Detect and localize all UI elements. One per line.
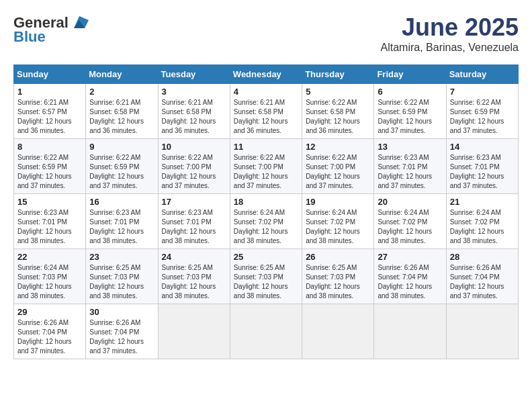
day-number: 12	[306, 142, 370, 152]
day-info: Sunrise: 6:23 AM Sunset: 7:01 PM Dayligh…	[89, 208, 154, 246]
calendar-cell: 13Sunrise: 6:23 AM Sunset: 7:01 PM Dayli…	[374, 139, 446, 194]
day-info: Sunrise: 6:24 AM Sunset: 7:02 PM Dayligh…	[378, 208, 442, 246]
day-info: Sunrise: 6:22 AM Sunset: 6:59 PM Dayligh…	[450, 98, 515, 136]
weekday-header-row: SundayMondayTuesdayWednesdayThursdayFrid…	[14, 65, 519, 84]
day-number: 20	[378, 197, 442, 207]
day-info: Sunrise: 6:22 AM Sunset: 6:59 PM Dayligh…	[378, 98, 442, 136]
location: Altamira, Barinas, Venezuela	[381, 42, 519, 54]
weekday-thursday: Thursday	[302, 65, 374, 84]
day-number: 3	[162, 87, 226, 97]
weekday-tuesday: Tuesday	[158, 65, 230, 84]
calendar-cell	[302, 304, 374, 359]
day-number: 27	[378, 252, 442, 262]
weekday-sunday: Sunday	[14, 65, 86, 84]
day-info: Sunrise: 6:25 AM Sunset: 7:03 PM Dayligh…	[162, 263, 226, 301]
day-info: Sunrise: 6:21 AM Sunset: 6:58 PM Dayligh…	[234, 98, 298, 136]
day-info: Sunrise: 6:22 AM Sunset: 7:00 PM Dayligh…	[234, 153, 298, 191]
day-number: 15	[17, 197, 82, 207]
day-info: Sunrise: 6:22 AM Sunset: 6:59 PM Dayligh…	[89, 153, 154, 191]
week-row-1: 1Sunrise: 6:21 AM Sunset: 6:57 PM Daylig…	[14, 84, 519, 139]
calendar-body: 1Sunrise: 6:21 AM Sunset: 6:57 PM Daylig…	[14, 84, 519, 359]
calendar-cell	[230, 304, 302, 359]
day-info: Sunrise: 6:25 AM Sunset: 7:03 PM Dayligh…	[89, 263, 154, 301]
logo: General Blue	[13, 13, 89, 46]
calendar-cell: 25Sunrise: 6:25 AM Sunset: 7:03 PM Dayli…	[230, 249, 302, 304]
day-info: Sunrise: 6:24 AM Sunset: 7:02 PM Dayligh…	[306, 208, 370, 246]
day-info: Sunrise: 6:26 AM Sunset: 7:04 PM Dayligh…	[450, 263, 515, 301]
calendar-cell: 11Sunrise: 6:22 AM Sunset: 7:00 PM Dayli…	[230, 139, 302, 194]
day-number: 26	[306, 252, 370, 262]
calendar-cell: 27Sunrise: 6:26 AM Sunset: 7:04 PM Dayli…	[374, 249, 446, 304]
day-number: 13	[378, 142, 442, 152]
day-number: 17	[162, 197, 226, 207]
day-number: 30	[89, 307, 154, 317]
day-info: Sunrise: 6:21 AM Sunset: 6:58 PM Dayligh…	[89, 98, 154, 136]
day-info: Sunrise: 6:25 AM Sunset: 7:03 PM Dayligh…	[234, 263, 298, 301]
calendar-cell: 9Sunrise: 6:22 AM Sunset: 6:59 PM Daylig…	[86, 139, 158, 194]
calendar-cell: 22Sunrise: 6:24 AM Sunset: 7:03 PM Dayli…	[14, 249, 86, 304]
day-number: 25	[234, 252, 298, 262]
calendar-cell: 23Sunrise: 6:25 AM Sunset: 7:03 PM Dayli…	[86, 249, 158, 304]
week-row-2: 8Sunrise: 6:22 AM Sunset: 6:59 PM Daylig…	[14, 139, 519, 194]
day-info: Sunrise: 6:26 AM Sunset: 7:04 PM Dayligh…	[378, 263, 442, 301]
calendar-cell: 1Sunrise: 6:21 AM Sunset: 6:57 PM Daylig…	[14, 84, 86, 139]
calendar-cell: 14Sunrise: 6:23 AM Sunset: 7:01 PM Dayli…	[446, 139, 518, 194]
calendar-cell: 6Sunrise: 6:22 AM Sunset: 6:59 PM Daylig…	[374, 84, 446, 139]
day-number: 16	[89, 197, 154, 207]
calendar-cell: 4Sunrise: 6:21 AM Sunset: 6:58 PM Daylig…	[230, 84, 302, 139]
calendar-cell: 12Sunrise: 6:22 AM Sunset: 7:00 PM Dayli…	[302, 139, 374, 194]
day-info: Sunrise: 6:22 AM Sunset: 7:00 PM Dayligh…	[306, 153, 370, 191]
day-info: Sunrise: 6:26 AM Sunset: 7:04 PM Dayligh…	[89, 318, 154, 356]
day-info: Sunrise: 6:22 AM Sunset: 6:59 PM Dayligh…	[17, 153, 82, 191]
calendar-cell: 20Sunrise: 6:24 AM Sunset: 7:02 PM Dayli…	[374, 194, 446, 249]
day-number: 6	[378, 87, 442, 97]
calendar-cell: 7Sunrise: 6:22 AM Sunset: 6:59 PM Daylig…	[446, 84, 518, 139]
week-row-4: 22Sunrise: 6:24 AM Sunset: 7:03 PM Dayli…	[14, 249, 519, 304]
day-number: 19	[306, 197, 370, 207]
title-block: June 2025 Altamira, Barinas, Venezuela	[381, 13, 519, 54]
calendar: SundayMondayTuesdayWednesdayThursdayFrid…	[13, 64, 519, 359]
calendar-cell: 8Sunrise: 6:22 AM Sunset: 6:59 PM Daylig…	[14, 139, 86, 194]
calendar-cell: 15Sunrise: 6:23 AM Sunset: 7:01 PM Dayli…	[14, 194, 86, 249]
day-number: 23	[89, 252, 154, 262]
month-title: June 2025	[381, 13, 519, 42]
day-number: 8	[17, 142, 82, 152]
weekday-saturday: Saturday	[446, 65, 518, 84]
day-number: 9	[89, 142, 154, 152]
calendar-cell: 29Sunrise: 6:26 AM Sunset: 7:04 PM Dayli…	[14, 304, 86, 359]
day-info: Sunrise: 6:22 AM Sunset: 6:58 PM Dayligh…	[306, 98, 370, 136]
calendar-cell: 18Sunrise: 6:24 AM Sunset: 7:02 PM Dayli…	[230, 194, 302, 249]
calendar-cell: 26Sunrise: 6:25 AM Sunset: 7:03 PM Dayli…	[302, 249, 374, 304]
day-number: 7	[450, 87, 515, 97]
day-info: Sunrise: 6:21 AM Sunset: 6:58 PM Dayligh…	[162, 98, 226, 136]
calendar-header: SundayMondayTuesdayWednesdayThursdayFrid…	[14, 65, 519, 84]
day-info: Sunrise: 6:21 AM Sunset: 6:57 PM Dayligh…	[17, 98, 82, 136]
calendar-cell: 19Sunrise: 6:24 AM Sunset: 7:02 PM Dayli…	[302, 194, 374, 249]
weekday-monday: Monday	[86, 65, 158, 84]
calendar-cell	[158, 304, 230, 359]
day-info: Sunrise: 6:24 AM Sunset: 7:02 PM Dayligh…	[450, 208, 515, 246]
calendar-cell: 5Sunrise: 6:22 AM Sunset: 6:58 PM Daylig…	[302, 84, 374, 139]
calendar-cell: 21Sunrise: 6:24 AM Sunset: 7:02 PM Dayli…	[446, 194, 518, 249]
calendar-cell: 28Sunrise: 6:26 AM Sunset: 7:04 PM Dayli…	[446, 249, 518, 304]
calendar-cell	[446, 304, 518, 359]
calendar-cell: 10Sunrise: 6:22 AM Sunset: 7:00 PM Dayli…	[158, 139, 230, 194]
calendar-cell: 30Sunrise: 6:26 AM Sunset: 7:04 PM Dayli…	[86, 304, 158, 359]
day-number: 5	[306, 87, 370, 97]
day-info: Sunrise: 6:26 AM Sunset: 7:04 PM Dayligh…	[17, 318, 82, 356]
day-number: 29	[17, 307, 82, 317]
day-number: 22	[17, 252, 82, 262]
day-info: Sunrise: 6:24 AM Sunset: 7:02 PM Dayligh…	[234, 208, 298, 246]
day-number: 2	[89, 87, 154, 97]
day-info: Sunrise: 6:25 AM Sunset: 7:03 PM Dayligh…	[306, 263, 370, 301]
day-info: Sunrise: 6:23 AM Sunset: 7:01 PM Dayligh…	[450, 153, 515, 191]
day-info: Sunrise: 6:24 AM Sunset: 7:03 PM Dayligh…	[17, 263, 82, 301]
day-number: 11	[234, 142, 298, 152]
logo-blue: Blue	[13, 28, 46, 46]
calendar-cell: 16Sunrise: 6:23 AM Sunset: 7:01 PM Dayli…	[86, 194, 158, 249]
day-info: Sunrise: 6:22 AM Sunset: 7:00 PM Dayligh…	[162, 153, 226, 191]
week-row-3: 15Sunrise: 6:23 AM Sunset: 7:01 PM Dayli…	[14, 194, 519, 249]
calendar-cell: 3Sunrise: 6:21 AM Sunset: 6:58 PM Daylig…	[158, 84, 230, 139]
day-number: 24	[162, 252, 226, 262]
day-number: 10	[162, 142, 226, 152]
